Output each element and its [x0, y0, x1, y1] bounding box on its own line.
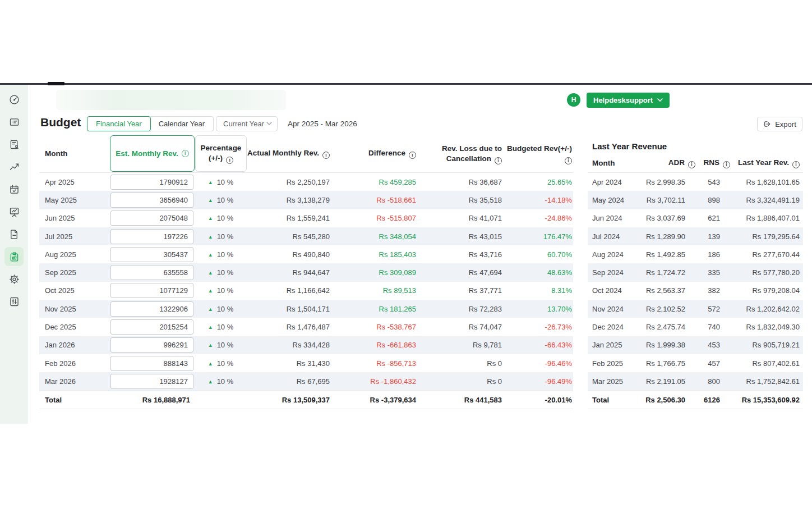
property-name-blurred [56, 90, 286, 110]
difference-cell: Rs 89,513 [331, 286, 417, 295]
est-monthly-rev-input[interactable] [110, 175, 193, 190]
difference-cell: Rs -518,661 [331, 196, 417, 204]
last-year-row: Feb 2025Rs 1,766.75457Rs 807,402.61 [588, 354, 803, 372]
sidebar-item-gauge[interactable] [4, 90, 24, 109]
actual-cell: Rs 490,840 [247, 250, 331, 259]
rev-loss-cell: Rs 74,047 [417, 323, 503, 331]
budgeted-cell: -66.43% [503, 341, 573, 349]
tab-calendar-year[interactable]: Calendar Year [150, 116, 214, 131]
last-year-row: Jan 2025Rs 1,999.38453Rs 905,719.21 [588, 336, 803, 354]
user-menu-button[interactable]: Helpdesksupport [587, 93, 670, 108]
year-select[interactable]: Current Year [216, 116, 278, 131]
percentage-cell: ▲10 % [195, 305, 247, 313]
info-icon[interactable] [409, 152, 416, 159]
col-header-difference: Difference [331, 149, 417, 159]
last-year-row: Sep 2024Rs 1,724.72335Rs 577,780.20 [588, 263, 803, 281]
last-year-row: Mar 2025Rs 2,191.05800Rs 1,752,842.61 [588, 372, 803, 390]
percentage-cell: ▲10 % [195, 268, 247, 277]
month-cell: Aug 2025 [39, 250, 110, 259]
sidebar-item-budget-clipboard[interactable] [4, 247, 24, 266]
rns-cell: 543 [700, 178, 735, 186]
percentage-cell: ▲10 % [195, 196, 247, 204]
info-icon[interactable] [565, 157, 572, 164]
total-budgeted: -20.01% [503, 396, 573, 404]
info-icon[interactable] [226, 157, 233, 164]
col-header-month: Month [39, 149, 110, 158]
sidebar-item-file[interactable] [4, 225, 24, 244]
sidebar [0, 85, 28, 424]
month-cell: Jul 2025 [39, 232, 110, 241]
info-icon[interactable] [688, 161, 695, 168]
triangle-up-icon: ▲ [208, 216, 213, 221]
triangle-up-icon: ▲ [208, 198, 213, 203]
budget-clipboard-icon [8, 251, 20, 263]
info-icon[interactable] [495, 157, 502, 164]
info-icon[interactable] [182, 150, 189, 157]
last-year-rev-cell: Rs 179,295.64 [735, 232, 803, 241]
actual-cell: Rs 1,166,642 [247, 286, 331, 295]
sidebar-item-card-grid[interactable] [4, 112, 24, 131]
est-monthly-rev-input[interactable] [110, 283, 193, 298]
last-year-row: Nov 2024Rs 2,102.52572Rs 1,202,642.02 [588, 300, 803, 318]
export-icon [763, 120, 771, 128]
sidebar-item-trend-chart[interactable] [4, 157, 24, 176]
rev-loss-cell: Rs 0 [417, 359, 503, 368]
info-icon[interactable] [792, 161, 800, 168]
est-monthly-rev-input[interactable] [110, 301, 193, 317]
est-cell [110, 175, 195, 190]
month-cell: Oct 2024 [588, 286, 637, 295]
tab-financial-year[interactable]: Financial Year [87, 116, 151, 131]
est-monthly-rev-input[interactable] [110, 229, 193, 244]
est-monthly-rev-input[interactable] [110, 265, 193, 280]
sidebar-item-document-user[interactable] [4, 135, 24, 154]
date-range: Apr 2025 - Mar 2026 [288, 120, 357, 128]
est-cell [110, 301, 195, 317]
adr-cell: Rs 3,037.69 [637, 214, 700, 222]
budget-row: Jul 2025▲10 %Rs 545,280Rs 348,054Rs 43,0… [39, 227, 573, 245]
rns-cell: 740 [700, 323, 735, 331]
actual-cell: Rs 31,430 [247, 359, 331, 368]
export-button[interactable]: Export [757, 117, 802, 131]
page-title: Budget [40, 116, 81, 129]
est-monthly-rev-input[interactable] [110, 193, 193, 208]
est-monthly-rev-input[interactable] [110, 210, 193, 226]
chevron-down-icon [657, 98, 663, 102]
budget-row: May 2025▲10 %Rs 3,138,279Rs -518,661Rs 3… [39, 191, 573, 209]
est-cell [110, 247, 195, 262]
sidebar-item-gear[interactable] [4, 269, 24, 289]
sidebar-item-calendar-check[interactable] [4, 180, 24, 199]
month-cell: Jan 2025 [588, 341, 637, 349]
calendar-check-icon [8, 184, 20, 195]
last-year-row: Aug 2024Rs 1,492.85186Rs 277,670.44 [588, 245, 803, 263]
sidebar-item-sliders[interactable] [4, 292, 24, 311]
year-select-value: Current Year [223, 120, 264, 128]
triangle-up-icon: ▲ [208, 306, 213, 312]
budgeted-cell: 48.63% [503, 268, 573, 277]
est-monthly-rev-input[interactable] [110, 374, 193, 389]
rns-cell: 572 [700, 305, 735, 313]
est-monthly-rev-input[interactable] [110, 337, 193, 353]
difference-cell: Rs 185,403 [331, 250, 417, 259]
difference-cell: Rs -538,767 [331, 323, 417, 331]
est-monthly-rev-input[interactable] [110, 247, 193, 262]
chevron-down-icon [266, 122, 272, 126]
avatar[interactable]: H [567, 93, 580, 107]
est-monthly-rev-input[interactable] [110, 356, 193, 371]
triangle-up-icon: ▲ [208, 361, 213, 367]
budget-row: Jun 2025▲10 %Rs 1,559,241Rs -515,807Rs 4… [39, 209, 573, 227]
est-cell [110, 210, 195, 226]
est-cell [110, 229, 195, 244]
last-year-header: Month ADR RNS Last Year Rev. [588, 154, 803, 173]
month-cell: Apr 2024 [588, 178, 637, 186]
adr-cell: Rs 2,102.52 [637, 305, 700, 313]
trend-chart-icon [8, 161, 20, 173]
info-icon[interactable] [322, 152, 330, 159]
budget-table: Month Est. Monthly Rev. Percentage (+/-)… [39, 135, 573, 409]
triangle-up-icon: ▲ [208, 324, 213, 330]
info-icon[interactable] [723, 161, 730, 168]
est-cell [110, 337, 195, 353]
est-monthly-rev-input[interactable] [110, 319, 193, 335]
percentage-cell: ▲10 % [195, 214, 247, 222]
triangle-up-icon: ▲ [208, 180, 213, 185]
sidebar-item-presentation-chart[interactable] [4, 202, 24, 221]
